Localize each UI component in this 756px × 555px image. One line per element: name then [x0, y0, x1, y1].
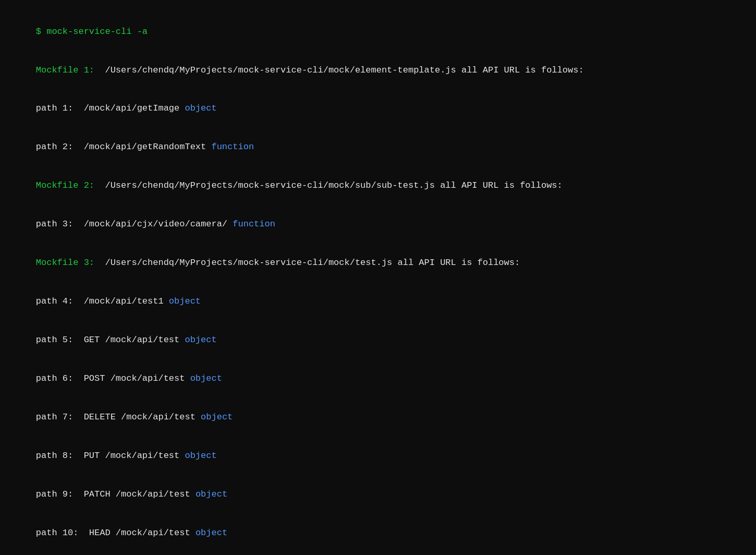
path-11: path 11: OPTIONS /mock/api/test object [15, 552, 741, 555]
path-9: path 9: PATCH /mock/api/test object [15, 475, 741, 514]
path-7-kind: object [201, 412, 233, 422]
mockfile-1-path: /Users/chendq/MyProjects/mock-service-cl… [94, 65, 584, 75]
path-1-label: path 1: /mock/api/getImage [36, 103, 185, 113]
mockfile-3-header: Mockfile 3: /Users/chendq/MyProjects/moc… [15, 244, 741, 283]
mockfile-2-path: /Users/chendq/MyProjects/mock-service-cl… [94, 180, 563, 190]
path-2-label: path 2: /mock/api/getRandomText [36, 142, 212, 152]
path-10-kind: object [196, 528, 227, 538]
prompt-symbol: $ mock-service-cli -a [36, 27, 148, 37]
path-7-label: path 7: DELETE /mock/api/test [36, 412, 201, 422]
path-6-kind: object [190, 373, 222, 383]
mockfile-3-path: /Users/chendq/MyProjects/mock-service-cl… [94, 258, 520, 268]
path-3: path 3: /mock/api/cjx/video/camera/ func… [15, 206, 741, 244]
path-10-label: path 10: HEAD /mock/api/test [36, 528, 196, 538]
path-5: path 5: GET /mock/api/test object [15, 321, 741, 359]
mockfile-2-label: Mockfile 2: [36, 180, 94, 190]
path-8: path 8: PUT /mock/api/test object [15, 437, 741, 475]
path-1: path 1: /mock/api/getImage object [15, 90, 741, 128]
path-5-kind: object [185, 335, 216, 345]
path-9-kind: object [196, 489, 227, 499]
terminal-window: $ mock-service-cli -a Mockfile 1: /Users… [15, 13, 741, 555]
path-2: path 2: /mock/api/getRandomText function [15, 128, 741, 167]
path-6: path 6: POST /mock/api/test object [15, 359, 741, 398]
path-9-label: path 9: PATCH /mock/api/test [36, 489, 196, 499]
path-6-label: path 6: POST /mock/api/test [36, 373, 190, 383]
prompt-line: $ mock-service-cli -a [15, 13, 741, 51]
path-7: path 7: DELETE /mock/api/test object [15, 398, 741, 437]
path-1-kind: object [185, 103, 216, 113]
path-3-label: path 3: /mock/api/cjx/video/camera/ [36, 219, 233, 229]
mockfile-1-header: Mockfile 1: /Users/chendq/MyProjects/moc… [15, 51, 741, 90]
path-2-kind: function [211, 142, 254, 152]
path-10: path 10: HEAD /mock/api/test object [15, 514, 741, 552]
mockfile-2-header: Mockfile 2: /Users/chendq/MyProjects/moc… [15, 167, 741, 206]
path-4: path 4: /mock/api/test1 object [15, 282, 741, 321]
path-3-kind: function [233, 219, 275, 229]
mockfile-3-label: Mockfile 3: [36, 258, 94, 268]
mockfile-1-label: Mockfile 1: [36, 65, 94, 75]
path-8-label: path 8: PUT /mock/api/test [36, 451, 185, 461]
path-8-kind: object [185, 451, 216, 461]
path-4-kind: object [169, 296, 201, 306]
path-4-label: path 4: /mock/api/test1 [36, 296, 169, 306]
path-5-label: path 5: GET /mock/api/test [36, 335, 185, 345]
